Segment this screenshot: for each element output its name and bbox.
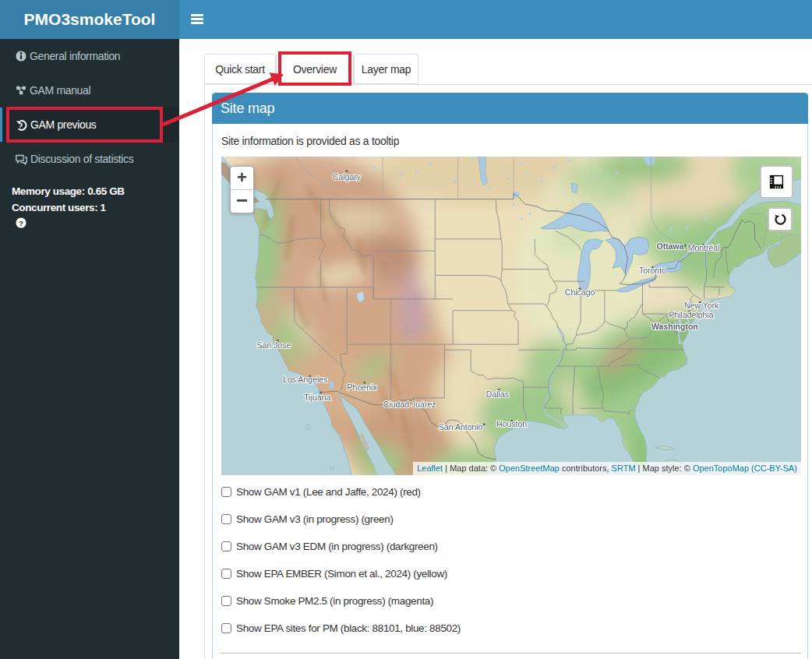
svg-text:Washington: Washington bbox=[651, 322, 698, 331]
svg-text:Phoenix: Phoenix bbox=[348, 382, 378, 392]
svg-text:Houston: Houston bbox=[496, 419, 527, 428]
svg-text:Toronto: Toronto bbox=[639, 266, 666, 275]
svg-text:San Antonio: San Antonio bbox=[439, 422, 483, 432]
svg-text:New York: New York bbox=[684, 301, 719, 310]
svg-text:?: ? bbox=[19, 219, 23, 227]
svg-text:Philadelphia: Philadelphia bbox=[669, 310, 713, 319]
svg-text:Ottawa: Ottawa bbox=[656, 241, 683, 251]
svg-text:Calgary: Calgary bbox=[333, 172, 362, 181]
svg-text:Los Angeles: Los Angeles bbox=[283, 375, 327, 384]
svg-text:Tijuana: Tijuana bbox=[304, 393, 330, 402]
svg-text:Montréal: Montréal bbox=[688, 243, 720, 252]
svg-text:Ciudad Juárez: Ciudad Juárez bbox=[383, 400, 436, 409]
svg-text:Dallas: Dallas bbox=[486, 389, 509, 399]
svg-text:Chicago: Chicago bbox=[565, 287, 595, 297]
svg-text:San Jose: San Jose bbox=[257, 340, 291, 350]
